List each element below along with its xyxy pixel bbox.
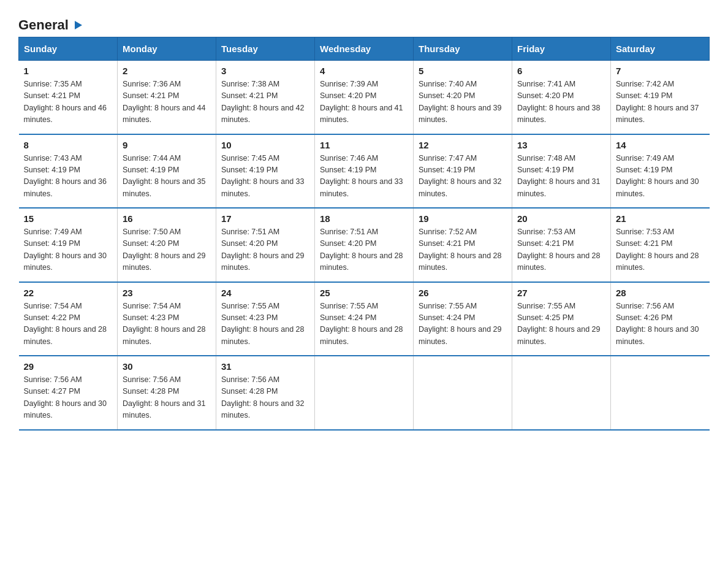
weekday-header-wednesday: Wednesday (315, 37, 414, 61)
day-number: 1 (24, 66, 113, 76)
weekday-header-thursday: Thursday (414, 37, 512, 61)
day-number: 28 (616, 288, 705, 298)
day-info: Sunrise: 7:40 AMSunset: 4:20 PMDaylight:… (419, 79, 507, 126)
calendar-cell: 5 Sunrise: 7:40 AMSunset: 4:20 PMDayligh… (414, 61, 512, 134)
day-number: 5 (419, 66, 507, 76)
day-number: 27 (517, 288, 605, 298)
calendar-week-4: 22 Sunrise: 7:54 AMSunset: 4:22 PMDaylig… (19, 282, 710, 356)
calendar-cell: 25 Sunrise: 7:55 AMSunset: 4:24 PMDaylig… (315, 282, 414, 356)
weekday-header-monday: Monday (118, 37, 216, 61)
day-number: 12 (419, 140, 507, 150)
day-info: Sunrise: 7:36 AMSunset: 4:21 PMDaylight:… (123, 79, 211, 126)
day-info: Sunrise: 7:56 AMSunset: 4:26 PMDaylight:… (616, 301, 705, 348)
calendar-cell: 30 Sunrise: 7:56 AMSunset: 4:28 PMDaylig… (118, 356, 216, 430)
calendar-week-3: 15 Sunrise: 7:49 AMSunset: 4:19 PMDaylig… (19, 208, 710, 282)
calendar-cell: 11 Sunrise: 7:46 AMSunset: 4:19 PMDaylig… (315, 134, 414, 209)
day-info: Sunrise: 7:41 AMSunset: 4:20 PMDaylight:… (517, 79, 605, 126)
calendar-cell: 1 Sunrise: 7:35 AMSunset: 4:21 PMDayligh… (19, 61, 118, 134)
calendar-table: SundayMondayTuesdayWednesdayThursdayFrid… (18, 37, 710, 431)
day-number: 22 (24, 288, 113, 298)
day-info: Sunrise: 7:56 AMSunset: 4:27 PMDaylight:… (24, 374, 113, 422)
day-info: Sunrise: 7:44 AMSunset: 4:19 PMDaylight:… (123, 153, 211, 201)
calendar-cell: 12 Sunrise: 7:47 AMSunset: 4:19 PMDaylig… (414, 134, 512, 209)
day-number: 8 (24, 140, 113, 150)
day-info: Sunrise: 7:49 AMSunset: 4:19 PMDaylight:… (24, 226, 113, 274)
day-number: 11 (320, 140, 408, 150)
calendar-week-2: 8 Sunrise: 7:43 AMSunset: 4:19 PMDayligh… (19, 134, 710, 209)
calendar-cell: 4 Sunrise: 7:39 AMSunset: 4:20 PMDayligh… (315, 61, 414, 134)
day-info: Sunrise: 7:38 AMSunset: 4:21 PMDaylight:… (221, 79, 309, 126)
calendar-cell: 23 Sunrise: 7:54 AMSunset: 4:23 PMDaylig… (118, 282, 216, 356)
calendar-cell (414, 356, 512, 430)
day-number: 26 (419, 288, 507, 298)
day-info: Sunrise: 7:48 AMSunset: 4:19 PMDaylight:… (517, 153, 605, 201)
calendar-cell: 13 Sunrise: 7:48 AMSunset: 4:19 PMDaylig… (512, 134, 611, 209)
calendar-week-1: 1 Sunrise: 7:35 AMSunset: 4:21 PMDayligh… (19, 61, 710, 134)
weekday-header-saturday: Saturday (611, 37, 710, 61)
day-info: Sunrise: 7:50 AMSunset: 4:20 PMDaylight:… (123, 226, 211, 274)
calendar-cell: 3 Sunrise: 7:38 AMSunset: 4:21 PMDayligh… (216, 61, 315, 134)
day-info: Sunrise: 7:47 AMSunset: 4:19 PMDaylight:… (419, 153, 507, 201)
calendar-cell: 8 Sunrise: 7:43 AMSunset: 4:19 PMDayligh… (19, 134, 118, 209)
day-number: 4 (320, 66, 408, 76)
calendar-cell: 22 Sunrise: 7:54 AMSunset: 4:22 PMDaylig… (19, 282, 118, 356)
day-info: Sunrise: 7:43 AMSunset: 4:19 PMDaylight:… (24, 153, 113, 201)
day-info: Sunrise: 7:46 AMSunset: 4:19 PMDaylight:… (320, 153, 408, 201)
day-info: Sunrise: 7:55 AMSunset: 4:23 PMDaylight:… (221, 301, 309, 348)
day-number: 6 (517, 66, 605, 76)
day-number: 9 (123, 140, 211, 150)
logo-general: General (18, 18, 69, 32)
svg-marker-0 (75, 21, 82, 29)
day-number: 14 (616, 140, 705, 150)
calendar-cell: 19 Sunrise: 7:52 AMSunset: 4:21 PMDaylig… (414, 208, 512, 282)
day-info: Sunrise: 7:56 AMSunset: 4:28 PMDaylight:… (221, 374, 309, 422)
day-info: Sunrise: 7:53 AMSunset: 4:21 PMDaylight:… (616, 226, 705, 274)
day-number: 18 (320, 213, 408, 224)
calendar-week-5: 29 Sunrise: 7:56 AMSunset: 4:27 PMDaylig… (19, 356, 710, 430)
calendar-cell: 14 Sunrise: 7:49 AMSunset: 4:19 PMDaylig… (611, 134, 710, 209)
calendar-cell: 29 Sunrise: 7:56 AMSunset: 4:27 PMDaylig… (19, 356, 118, 430)
calendar-cell: 16 Sunrise: 7:50 AMSunset: 4:20 PMDaylig… (118, 208, 216, 282)
calendar-cell: 7 Sunrise: 7:42 AMSunset: 4:19 PMDayligh… (611, 61, 710, 134)
day-info: Sunrise: 7:39 AMSunset: 4:20 PMDaylight:… (320, 79, 408, 126)
day-number: 20 (517, 213, 605, 224)
calendar-cell: 17 Sunrise: 7:51 AMSunset: 4:20 PMDaylig… (216, 208, 315, 282)
calendar-cell: 6 Sunrise: 7:41 AMSunset: 4:20 PMDayligh… (512, 61, 611, 134)
day-number: 17 (221, 213, 309, 224)
calendar-cell (512, 356, 611, 430)
day-number: 3 (221, 66, 309, 76)
day-number: 19 (419, 213, 507, 224)
day-number: 23 (123, 288, 211, 298)
day-number: 31 (221, 361, 309, 372)
calendar-cell (315, 356, 414, 430)
day-number: 15 (24, 213, 113, 224)
day-info: Sunrise: 7:52 AMSunset: 4:21 PMDaylight:… (419, 226, 507, 274)
day-number: 21 (616, 213, 705, 224)
calendar-cell: 28 Sunrise: 7:56 AMSunset: 4:26 PMDaylig… (611, 282, 710, 356)
logo: General (18, 18, 83, 31)
day-info: Sunrise: 7:42 AMSunset: 4:19 PMDaylight:… (616, 79, 705, 126)
calendar-cell: 15 Sunrise: 7:49 AMSunset: 4:19 PMDaylig… (19, 208, 118, 282)
page-header: General (18, 12, 710, 31)
day-info: Sunrise: 7:35 AMSunset: 4:21 PMDaylight:… (24, 79, 113, 126)
calendar-cell: 20 Sunrise: 7:53 AMSunset: 4:21 PMDaylig… (512, 208, 611, 282)
day-info: Sunrise: 7:53 AMSunset: 4:21 PMDaylight:… (517, 226, 605, 274)
day-number: 7 (616, 66, 705, 76)
day-number: 29 (24, 361, 113, 372)
day-info: Sunrise: 7:55 AMSunset: 4:25 PMDaylight:… (517, 301, 605, 348)
calendar-cell: 18 Sunrise: 7:51 AMSunset: 4:20 PMDaylig… (315, 208, 414, 282)
calendar-cell: 31 Sunrise: 7:56 AMSunset: 4:28 PMDaylig… (216, 356, 315, 430)
calendar-header-row: SundayMondayTuesdayWednesdayThursdayFrid… (19, 37, 710, 61)
day-info: Sunrise: 7:45 AMSunset: 4:19 PMDaylight:… (221, 153, 309, 201)
calendar-cell (611, 356, 710, 430)
weekday-header-sunday: Sunday (19, 37, 118, 61)
day-info: Sunrise: 7:55 AMSunset: 4:24 PMDaylight:… (320, 301, 408, 348)
calendar-cell: 10 Sunrise: 7:45 AMSunset: 4:19 PMDaylig… (216, 134, 315, 209)
calendar-cell: 26 Sunrise: 7:55 AMSunset: 4:24 PMDaylig… (414, 282, 512, 356)
day-number: 2 (123, 66, 211, 76)
weekday-header-friday: Friday (512, 37, 611, 61)
weekday-header-tuesday: Tuesday (216, 37, 315, 61)
calendar-cell: 2 Sunrise: 7:36 AMSunset: 4:21 PMDayligh… (118, 61, 216, 134)
day-info: Sunrise: 7:55 AMSunset: 4:24 PMDaylight:… (419, 301, 507, 348)
day-info: Sunrise: 7:49 AMSunset: 4:19 PMDaylight:… (616, 153, 705, 201)
